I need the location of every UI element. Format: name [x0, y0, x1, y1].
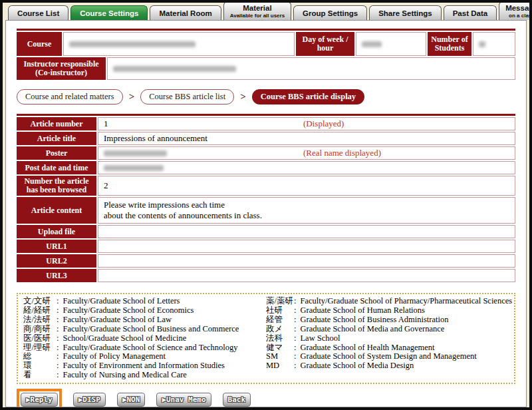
day-of-week-value-cell [356, 32, 426, 56]
browsed-row: Number the article has been browsed 2 [17, 176, 515, 196]
redacted-poster-value [104, 150, 167, 156]
legend-separator: : [57, 306, 59, 315]
legend-name: Faculty/Graduate School of Business and … [63, 325, 239, 334]
legend-item: 薬/薬研:Faculty/Graduate School of Pharmacy… [266, 297, 509, 306]
legend-separator: : [294, 315, 296, 325]
legend-item: 文/文研:Faculty/Graduate School of Letters [23, 297, 266, 306]
legend-separator: : [57, 297, 59, 306]
article-title-row: Article title Impressions of announcemen… [17, 132, 515, 145]
breadcrumb-course-related[interactable]: Course and related matters [17, 89, 123, 104]
article-table: Article number 1 (Displayed) Article tit… [17, 114, 515, 282]
course-header-row-1: Course Day of week / hour Number of Stud… [17, 32, 515, 56]
breadcrumb-bbs-article-list[interactable]: Course BBS article list [140, 89, 234, 104]
tab-course-settings[interactable]: Course Settings [70, 5, 148, 20]
main-panel: Course Day of week / hour Number of Stud… [5, 20, 527, 407]
post-date-label: Post date and time [17, 161, 96, 174]
legend-item: 総:Faculty of Policy Management [23, 352, 266, 361]
non-button[interactable]: ▶NON [117, 393, 146, 407]
back-button[interactable]: Back [223, 393, 251, 407]
legend-name: School/Graduate School of Medicine [63, 334, 186, 343]
tab-group-settings[interactable]: Group Settings [293, 5, 367, 20]
legend-separator: : [294, 352, 296, 361]
displayed-note: (Displayed) [303, 118, 344, 129]
legend-item: MD:Graduate School of Media Design [266, 361, 509, 371]
url2-label: URL2 [17, 254, 96, 268]
browsed-count: 2 [104, 180, 108, 191]
article-content-line-2: about the contents of announcements in c… [104, 210, 509, 221]
tab-label: Course List [17, 9, 59, 17]
tab-material-room[interactable]: Material Room [150, 5, 221, 20]
tab-past-data[interactable]: Past Data [444, 5, 497, 20]
legend-separator: : [57, 343, 59, 353]
table-top-bar [17, 29, 515, 31]
tab-material-all-users[interactable]: MaterialAvailable for all users [223, 1, 291, 20]
legend-name: Graduate School of Media and Governance [300, 325, 444, 334]
breadcrumb-bbs-article-display: Course BBS article display [252, 89, 364, 104]
legend-name: Faculty/Graduate School of Letters [63, 297, 180, 306]
reply-highlight-box: ▶Reply [17, 389, 62, 407]
legend-name: Faculty/Graduate School of Science and T… [63, 343, 237, 353]
course-value-cell [63, 32, 295, 56]
poster-value: (Real name displayed) [98, 146, 515, 160]
tab-course-list[interactable]: Course List [8, 5, 68, 20]
real-name-note: (Real name displayed) [303, 148, 381, 158]
redacted-students-value [479, 41, 485, 47]
breadcrumb-separator: > [129, 91, 135, 102]
unav-memo-button[interactable]: ▶Unav Memo [156, 393, 211, 407]
article-title-text: Impressions of announcement [104, 133, 207, 144]
tab-label: Group Settings [303, 9, 358, 17]
legend-name: Faculty of Nursing and Medical Care [63, 371, 186, 380]
legend-abbr: 看 [23, 371, 57, 380]
url3-row: URL3 [17, 269, 515, 282]
disp-button[interactable]: ▶DISP [73, 393, 106, 407]
legend-abbr: 医/医研 [23, 334, 57, 343]
article-number-value: 1 (Displayed) [98, 117, 515, 130]
legend-name: Graduate School of Media Design [300, 361, 414, 371]
day-of-week-label: Day of week / hour [296, 32, 354, 56]
reply-button[interactable]: ▶Reply [21, 393, 58, 407]
redacted-instructor-value [113, 66, 236, 72]
legend-abbr: 経管 [266, 315, 294, 325]
legend-item: 経/経研:Faculty/Graduate School of Economic… [23, 306, 266, 315]
legend-separator: : [294, 361, 296, 371]
url1-value [98, 240, 515, 253]
tab-message[interactable]: Messageon a class [499, 1, 532, 20]
legend-abbr: 社研 [266, 306, 294, 315]
tab-label: Message [505, 4, 532, 12]
legend-separator: : [294, 325, 296, 334]
instructor-value-cell [107, 57, 515, 80]
legend-separator: : [294, 343, 296, 353]
legend-item: SM:Graduate School of System Design and … [266, 352, 509, 361]
legend-item: 理/理研:Faculty/Graduate School of Science … [23, 343, 266, 353]
legend-abbr: 理/理研 [23, 343, 57, 353]
legend-name: Graduate School of Health Management [300, 343, 434, 353]
tab-share-settings[interactable]: Share Settings [369, 5, 442, 20]
url3-label: URL3 [17, 269, 96, 282]
legend-separator: : [57, 325, 59, 334]
browsed-value: 2 [98, 176, 515, 196]
tab-label: Course Settings [80, 9, 138, 17]
faculty-legend: 文/文研:Faculty/Graduate School of Letters … [17, 293, 515, 384]
post-date-row: Post date and time [17, 161, 515, 174]
legend-name: Graduate School of Business Administrati… [300, 315, 448, 325]
legend-separator: : [57, 334, 59, 343]
legend-abbr: 健マ [266, 343, 294, 353]
legend-separator: : [294, 334, 296, 343]
legend-item: 健マ:Graduate School of Health Management [266, 343, 509, 353]
redacted-course-value [69, 41, 196, 47]
article-content-label: Article content [17, 197, 96, 224]
article-number-row: Article number 1 (Displayed) [17, 117, 515, 130]
tab-bar: Course List Course Settings Material Roo… [3, 3, 529, 20]
course-header-table: Course Day of week / hour Number of Stud… [17, 29, 515, 80]
instructor-label: Instructor responsible (Co-instructor) [17, 57, 106, 80]
legend-name: Faculty/Graduate School of Pharmacy/Phar… [300, 297, 512, 306]
students-label: Number of Students [428, 32, 471, 56]
breadcrumb-separator: > [240, 91, 246, 102]
legend-item: 医/医研:School/Graduate School of Medicine [23, 334, 266, 343]
article-title-label: Article title [17, 132, 96, 145]
table-top-bar [17, 114, 515, 116]
window-frame: Course List Course Settings Material Roo… [0, 0, 532, 410]
legend-abbr: 商/商研 [23, 325, 57, 334]
article-title-value: Impressions of announcement [98, 132, 515, 145]
legend-item: 商/商研:Faculty/Graduate School of Business… [23, 325, 266, 334]
